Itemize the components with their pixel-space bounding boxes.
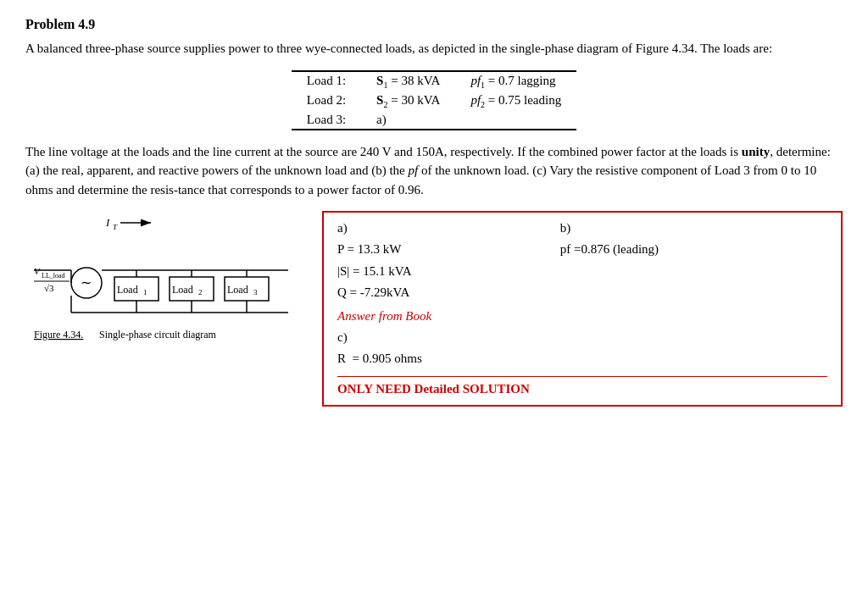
pf-value: pf =0.876 (leading) — [560, 239, 827, 261]
only-need-label: ONLY NEED Detailed SOLUTION — [337, 376, 827, 396]
svg-text:√3: √3 — [44, 283, 54, 293]
svg-text:3: 3 — [253, 288, 258, 296]
answer-row-ab: a) P = 13.3 kW |S| = 15.1 kVA Q = -7.29k… — [337, 221, 827, 304]
part-c-label: c) — [337, 330, 827, 345]
load1-name: Load 1: — [292, 71, 361, 91]
svg-text:V: V — [34, 266, 41, 276]
svg-text:∼: ∼ — [81, 275, 92, 290]
answer-col-b: b) pf =0.876 (leading) — [560, 221, 827, 304]
load3-name: Load 3: — [292, 111, 361, 130]
circuit-diagram: I T V LL_load √3 ∼ — [25, 211, 314, 359]
svg-text:I: I — [105, 216, 110, 229]
answer-box: a) P = 13.3 kW |S| = 15.1 kVA Q = -7.29k… — [322, 211, 843, 407]
r-value: R = 0.905 ohms — [337, 348, 827, 370]
load3-pf — [455, 111, 576, 130]
bottom-section: I T V LL_load √3 ∼ — [25, 211, 843, 407]
answer-from-book: Answer from Book — [337, 309, 827, 324]
svg-text:Load: Load — [117, 284, 138, 296]
svg-text:Load: Load — [227, 284, 248, 296]
answer-part-c: c) R = 0.905 ohms — [337, 330, 827, 370]
svg-text:LL_load: LL_load — [42, 272, 65, 280]
p-value: P = 13.3 kW — [337, 239, 560, 261]
load1-pf: pf1 = 0.7 lagging — [455, 71, 576, 91]
svg-text:T: T — [113, 223, 118, 231]
intro-text: A balanced three-phase source supplies p… — [25, 39, 843, 58]
load2-param: S2 = 30 kVA — [361, 91, 455, 111]
s-value: |S| = 15.1 kVA — [337, 261, 560, 283]
answer-col-a: a) P = 13.3 kW |S| = 15.1 kVA Q = -7.29k… — [337, 221, 560, 304]
svg-text:2: 2 — [198, 288, 203, 296]
body-text: The line voltage at the loads and the li… — [25, 142, 843, 200]
part-b-label: b) — [560, 221, 827, 235]
svg-text:Load: Load — [172, 284, 193, 296]
load3-param: a) — [361, 111, 455, 130]
part-a-label: a) — [337, 221, 560, 235]
svg-text:1: 1 — [143, 288, 147, 296]
load2-pf: pf2 = 0.75 leading — [455, 91, 576, 111]
problem-title: Problem 4.9 — [25, 17, 843, 32]
load-table: Load 1: S1 = 38 kVA pf1 = 0.7 lagging Lo… — [292, 70, 576, 130]
svg-text:Figure 4.34.: Figure 4.34. — [34, 329, 83, 340]
load1-param: S1 = 38 kVA — [361, 71, 455, 91]
q-value: Q = -7.29kVA — [337, 282, 560, 304]
svg-text:Single-phase circuit diagram: Single-phase circuit diagram — [99, 329, 217, 340]
load2-name: Load 2: — [292, 91, 361, 111]
